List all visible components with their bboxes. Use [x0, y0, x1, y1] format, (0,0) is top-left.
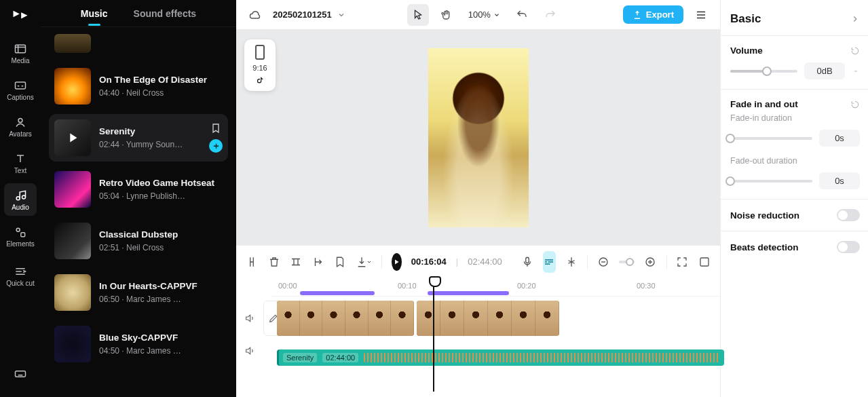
- bookmark-icon[interactable]: [210, 123, 221, 134]
- track-item[interactable]: On The Edge Of Disaster 04:40 · Neil Cro…: [49, 62, 228, 110]
- rail-quickcut[interactable]: Quick cut: [4, 257, 37, 295]
- volume-value[interactable]: 0dB: [804, 62, 845, 79]
- video-clip-b[interactable]: [417, 301, 559, 336]
- rail-label: Elements: [6, 240, 35, 248]
- fade-out-label: Fade-out duration: [730, 156, 860, 166]
- zoom-out-button[interactable]: [597, 251, 609, 273]
- chevron-down-icon: [337, 11, 345, 19]
- download-button[interactable]: [356, 251, 372, 273]
- app-logo[interactable]: [10, 5, 31, 27]
- music-list[interactable]: On The Edge Of Disaster 04:40 · Neil Cro…: [41, 27, 236, 397]
- svg-rect-7: [16, 371, 26, 377]
- chevron-right-icon: [850, 14, 860, 24]
- video-track[interactable]: [271, 301, 720, 336]
- timeline-ruler[interactable]: 00:00 00:10 00:20 00:30: [271, 278, 720, 297]
- fade-in-value[interactable]: 0s: [819, 130, 860, 147]
- mic-button[interactable]: [521, 251, 533, 273]
- track-item[interactable]: Classical Dubstep 02:51 · Neil Cross: [49, 217, 228, 265]
- track-item[interactable]: Retro Video Game Hotseat 05:04 · Lynne P…: [49, 166, 228, 213]
- track-sub: 04:40 · Neil Cross: [99, 88, 223, 98]
- svg-rect-1: [16, 82, 26, 89]
- project-title[interactable]: 202502101251: [273, 10, 345, 20]
- rail-keyboard[interactable]: [4, 358, 37, 390]
- magnet-button[interactable]: [565, 251, 578, 273]
- keyboard-icon: [14, 367, 27, 381]
- track-item[interactable]: In Our Hearts-CAPPVF 06:50 · Marc James …: [49, 269, 228, 316]
- split-button[interactable]: [246, 251, 258, 273]
- track-sub: 05:04 · Lynne Publish…: [99, 191, 223, 201]
- auto-captions-button[interactable]: [543, 251, 555, 273]
- rail-avatars[interactable]: Avatars: [4, 110, 37, 143]
- fade-out-value[interactable]: 0s: [819, 172, 860, 189]
- track-item[interactable]: Blue Sky-CAPPVF 04:50 · Marc James …: [49, 320, 228, 368]
- reset-icon[interactable]: [850, 100, 860, 109]
- track-sub: 02:51 · Neil Cross: [99, 243, 223, 252]
- rail-captions[interactable]: Captions: [4, 73, 37, 106]
- zoom-in-button[interactable]: [644, 251, 656, 273]
- trim-left-button[interactable]: [312, 251, 324, 273]
- redo-button[interactable]: [540, 4, 561, 26]
- crop-button[interactable]: [290, 251, 302, 273]
- marker-button[interactable]: [334, 251, 346, 273]
- project-name: 202502101251: [273, 10, 332, 20]
- hand-tool[interactable]: [436, 4, 457, 26]
- text-icon: [14, 152, 27, 166]
- track-thumb: [54, 34, 91, 53]
- export-icon: [633, 10, 642, 20]
- tab-music[interactable]: Music: [81, 8, 108, 19]
- add-track-button[interactable]: ＋: [209, 139, 223, 153]
- speaker-icon[interactable]: [244, 345, 255, 356]
- volume-slider[interactable]: [730, 70, 797, 73]
- range-b[interactable]: [428, 291, 509, 295]
- volume-section: Volume: [730, 45, 860, 56]
- export-label: Export: [646, 10, 674, 20]
- music-panel: Music Sound effects On The Edge Of Disas…: [41, 0, 236, 397]
- play-icon[interactable]: [54, 119, 91, 156]
- beats-detection-toggle[interactable]: [837, 241, 860, 253]
- tab-sound-effects[interactable]: Sound effects: [134, 8, 197, 19]
- music-panel-tabs: Music Sound effects: [41, 0, 236, 27]
- audio-track[interactable]: Serenity 02:44:00: [271, 340, 720, 362]
- zoom-level[interactable]: 100%: [468, 10, 500, 20]
- track-title: Serenity: [99, 126, 201, 138]
- link-icon[interactable]: [852, 67, 860, 75]
- audio-clip[interactable]: Serenity 02:44:00: [277, 349, 724, 366]
- rail-media[interactable]: Media: [4, 37, 37, 69]
- expand-button[interactable]: [698, 251, 711, 273]
- timeline[interactable]: 00:00 00:10 00:20 00:30 Serenity 02:44:0…: [236, 278, 720, 397]
- track-thumb: [54, 68, 91, 105]
- export-button[interactable]: Export: [623, 5, 683, 24]
- noise-reduction-toggle[interactable]: [837, 209, 860, 221]
- undo-button[interactable]: [511, 4, 533, 26]
- fade-out-slider[interactable]: [730, 180, 812, 183]
- track-title: Classical Dubstep: [99, 229, 223, 241]
- layout-button[interactable]: [690, 4, 712, 26]
- panel-title[interactable]: Basic: [730, 12, 860, 26]
- range-a[interactable]: [300, 291, 375, 295]
- play-button[interactable]: [392, 253, 402, 271]
- svg-rect-6: [21, 232, 25, 236]
- track-item-selected[interactable]: Serenity 02:44 · Yummy Soun… ＋: [49, 114, 228, 162]
- speaker-icon[interactable]: [244, 313, 255, 324]
- rail-elements[interactable]: Elements: [4, 220, 37, 252]
- rail-text[interactable]: Text: [4, 147, 37, 179]
- panel-title-text: Basic: [730, 12, 761, 26]
- cursor-tool[interactable]: [407, 4, 429, 26]
- track-title: In Our Hearts-CAPPVF: [99, 281, 223, 292]
- cloud-icon[interactable]: [244, 4, 266, 26]
- fade-in-slider[interactable]: [730, 137, 812, 140]
- timeline-zoom-slider[interactable]: [619, 261, 635, 263]
- fit-button[interactable]: [676, 251, 688, 273]
- playhead[interactable]: [433, 278, 434, 392]
- rail-audio[interactable]: Audio: [4, 183, 37, 216]
- track-item[interactable]: [49, 34, 228, 58]
- video-clip-a[interactable]: [277, 301, 414, 336]
- avatars-icon: [14, 115, 27, 129]
- aspect-ratio: 9:16: [252, 64, 267, 72]
- track-thumb: [54, 119, 91, 156]
- aspect-card[interactable]: 9:16: [244, 39, 276, 91]
- reset-icon[interactable]: [850, 46, 860, 56]
- delete-button[interactable]: [267, 251, 280, 273]
- preview-canvas[interactable]: 9:16: [236, 30, 720, 245]
- topbar: 202502101251 100% Export: [236, 0, 720, 30]
